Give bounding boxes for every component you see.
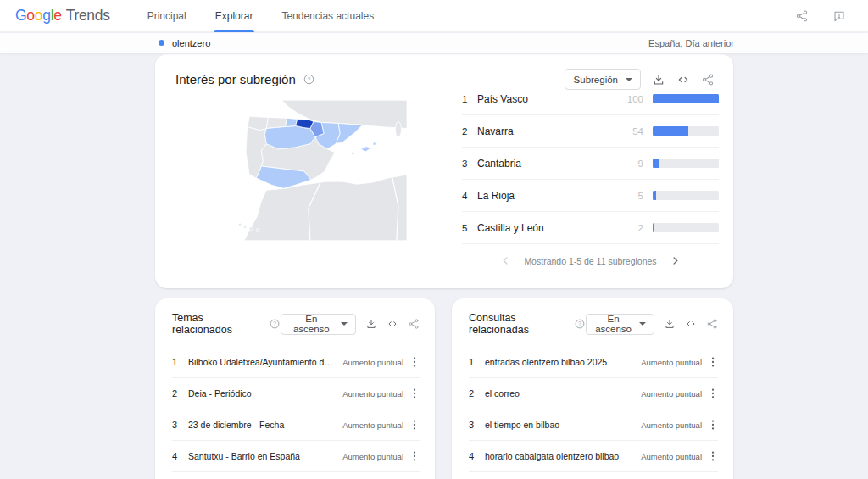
related-query-row[interactable]: 3 el tiempo en bilbao Aumento puntual	[469, 409, 718, 441]
region-name: Castilla y León	[477, 222, 621, 234]
related-topic-row[interactable]: 4 Santutxu - Barrio en España Aumento pu…	[172, 441, 420, 472]
rank: 2	[469, 388, 479, 398]
rank: 3	[462, 159, 477, 169]
download-icon[interactable]	[664, 318, 676, 330]
rank: 1	[469, 357, 479, 367]
related-topic-row[interactable]: 2 Deia - Periódico Aumento puntual	[172, 378, 420, 409]
value-bar-track	[653, 94, 719, 103]
rank: 2	[462, 126, 477, 136]
kebab-menu-icon[interactable]	[409, 419, 420, 431]
subregion-list: 1 País Vasco 100 2 Navarra 54 3 Cantabri…	[462, 83, 719, 266]
embed-icon[interactable]	[387, 318, 398, 330]
main-nav: Principal Explorar Tendencias actuales	[147, 0, 374, 31]
kebab-menu-icon[interactable]	[409, 387, 420, 399]
pagination-text: Mostrando 1-5 de 11 subregiones	[524, 256, 656, 266]
nav-item-principal[interactable]: Principal	[147, 0, 186, 31]
value-bar-track	[653, 159, 719, 168]
google-trends-logo[interactable]: G o o g l e Trends	[15, 7, 110, 25]
map-island	[256, 229, 259, 232]
embed-icon[interactable]	[685, 318, 697, 330]
share-icon[interactable]	[408, 318, 420, 330]
value-bar-fill	[653, 191, 656, 200]
map-island	[249, 227, 253, 231]
related-query-row[interactable]: 2 el correo Aumento puntual	[469, 378, 718, 409]
region-value: 100	[621, 94, 643, 104]
kebab-menu-icon[interactable]	[708, 387, 718, 399]
related-topic-row[interactable]: 1 Bilboko Udaletxea/Ayuntamiento de Bilb…	[172, 347, 420, 378]
map-region-baleares[interactable]	[360, 147, 370, 152]
map-region-baleares[interactable]	[352, 152, 354, 154]
kebab-menu-icon[interactable]	[708, 450, 718, 462]
status-badge: Aumento puntual	[641, 421, 702, 430]
related-query-row[interactable]: 1 entradas olentzero bilbao 2025 Aumento…	[469, 347, 718, 378]
sort-dropdown[interactable]: En ascenso	[586, 314, 654, 335]
value-bar-fill	[653, 159, 659, 168]
chevron-left-icon[interactable]	[500, 255, 511, 266]
region-value: 5	[621, 191, 643, 201]
help-icon[interactable]: ?	[269, 318, 281, 330]
value-bar-track	[653, 191, 719, 200]
region-name: Navarra	[477, 125, 621, 137]
rank: 4	[462, 191, 477, 201]
topic-label: Deia - Periódico	[188, 388, 334, 398]
svg-text:?: ?	[578, 320, 581, 326]
card-title: Temas relacionados	[172, 312, 262, 336]
related-topics-card: Temas relacionados ? En ascenso	[155, 298, 435, 479]
spain-choropleth-map[interactable]	[236, 100, 407, 241]
rank: 3	[172, 420, 182, 430]
region-name: País Vasco	[477, 93, 621, 105]
related-query-row[interactable]: 4 horario cabalgata olentzero bilbao Aum…	[469, 441, 718, 472]
related-topics-list: 1 Bilboko Udaletxea/Ayuntamiento de Bilb…	[155, 347, 435, 472]
topic-label: Bilboko Udaletxea/Ayuntamiento de Bilbao…	[188, 357, 334, 367]
subregion-row[interactable]: 2 Navarra 54	[462, 115, 719, 148]
subregion-row[interactable]: 1 País Vasco 100	[462, 83, 719, 115]
kebab-menu-icon[interactable]	[708, 419, 718, 431]
share-icon[interactable]	[795, 9, 809, 23]
kebab-menu-icon[interactable]	[409, 450, 420, 462]
map-region-cataluna[interactable]	[336, 123, 362, 143]
svg-text:?: ?	[307, 76, 310, 82]
region-value: 9	[621, 159, 643, 169]
chevron-right-icon[interactable]	[670, 255, 681, 266]
rank: 3	[469, 420, 479, 430]
term-label: olentzero	[172, 38, 210, 48]
value-bar-track	[653, 126, 719, 136]
subregion-row[interactable]: 5 Castilla y León 2	[462, 212, 719, 244]
query-label: el tiempo en bilbao	[485, 420, 632, 430]
sort-dropdown-label: En ascenso	[595, 314, 632, 334]
rank: 2	[172, 388, 182, 398]
interest-by-subregion-card: Interés por subregión ? Subregión	[155, 54, 733, 288]
feedback-icon[interactable]	[832, 9, 846, 23]
help-icon[interactable]: ?	[303, 73, 315, 86]
topic-label: 23 de diciembre - Fecha	[188, 420, 334, 430]
help-icon[interactable]: ?	[574, 318, 586, 330]
query-label: entradas olentzero bilbao 2025	[485, 357, 632, 367]
map-region-baleares[interactable]	[373, 142, 376, 145]
download-icon[interactable]	[365, 318, 377, 330]
logo-letter: g	[42, 7, 50, 25]
subregion-row[interactable]: 4 La Rioja 5	[462, 180, 719, 212]
logo-letter: e	[53, 7, 61, 25]
logo-letter: G	[15, 7, 26, 25]
share-icon[interactable]	[706, 318, 718, 330]
subregion-row[interactable]: 3 Cantabria 9	[462, 148, 719, 180]
related-topic-row[interactable]: 3 23 de diciembre - Fecha Aumento puntua…	[172, 409, 420, 441]
query-label: el correo	[485, 388, 632, 398]
nav-item-tendencias[interactable]: Tendencias actuales	[281, 0, 374, 31]
map-region-africa	[244, 175, 407, 241]
search-term-chip[interactable]: olentzero	[159, 38, 210, 48]
status-badge: Aumento puntual	[641, 452, 702, 461]
nav-item-explorar[interactable]: Explorar	[215, 0, 253, 31]
status-badge: Aumento puntual	[641, 358, 702, 367]
status-badge: Aumento puntual	[342, 452, 403, 461]
value-bar-fill	[653, 223, 654, 232]
topic-label: Santutxu - Barrio en España	[188, 451, 334, 461]
chevron-down-icon	[639, 322, 646, 326]
rank: 1	[172, 357, 182, 367]
related-queries-card: Consultas relacionadas ? En ascenso	[452, 298, 733, 479]
status-badge: Aumento puntual	[342, 421, 403, 430]
sort-dropdown[interactable]: En ascenso	[281, 314, 356, 335]
kebab-menu-icon[interactable]	[409, 356, 420, 368]
kebab-menu-icon[interactable]	[708, 356, 718, 368]
logo-letter: o	[35, 7, 42, 25]
